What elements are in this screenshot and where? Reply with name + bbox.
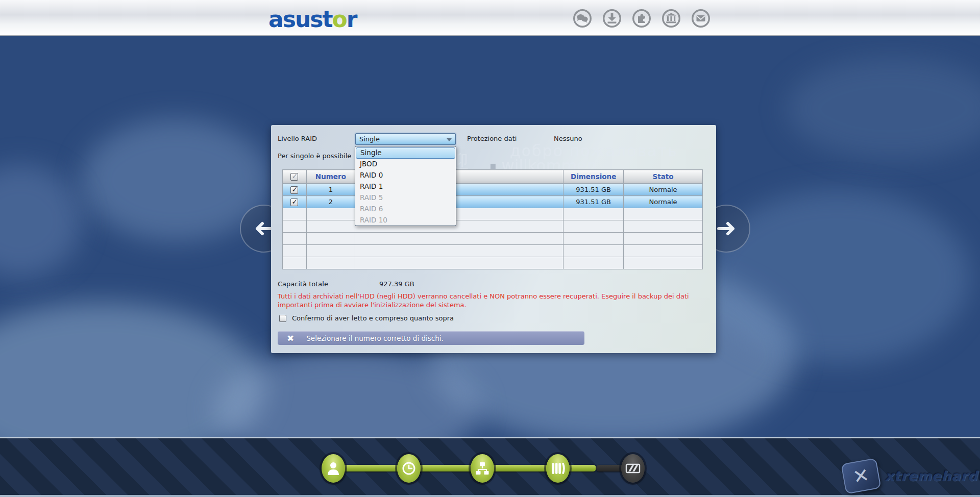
chat-icon[interactable] (573, 9, 592, 28)
select-all-header-cell[interactable] (283, 170, 307, 184)
confirm-checkbox[interactable] (279, 315, 286, 322)
xtremehardware-watermark: xtremehardware.com (885, 468, 980, 484)
numero-header[interactable]: Numero (306, 170, 355, 184)
cloud (786, 58, 980, 160)
apps-puzzle-icon[interactable] (632, 9, 651, 28)
download-icon[interactable] (602, 9, 622, 28)
disk-row-2[interactable]: 2 931.51 GB Normale (283, 196, 703, 208)
raid-option-raid0[interactable]: RAID 0 (356, 170, 455, 181)
logo-o: o (332, 6, 346, 32)
disk-row-1[interactable]: 1 931.51 GB Normale (283, 184, 703, 196)
raid-level-select[interactable]: Single (355, 133, 456, 145)
step-user[interactable] (322, 454, 345, 483)
raid-description-text: Per singolo è possibile (278, 152, 351, 160)
disk-2-checkbox[interactable] (290, 198, 298, 206)
raid-option-raid5: RAID 5 (356, 192, 455, 204)
raid-option-single[interactable]: Single (356, 147, 455, 159)
total-capacity-value: 927.39 GB (379, 280, 414, 288)
volume-hatch-icon (625, 462, 641, 475)
disk-1-checkbox[interactable] (290, 186, 298, 194)
data-protection-value: Nessuno (554, 135, 582, 142)
mail-icon[interactable] (691, 9, 710, 28)
clock-icon (402, 461, 416, 476)
empty-row (283, 257, 703, 269)
cloud (0, 165, 82, 277)
empty-row (283, 233, 703, 245)
disk-2-size: 931.51 GB (564, 196, 624, 208)
logo-text: asust (268, 6, 332, 32)
empty-row (283, 220, 703, 233)
disk-2-number: 2 (306, 196, 355, 208)
raid-option-raid6: RAID 6 (356, 204, 455, 215)
raid-level-label: Livello RAID (278, 135, 317, 142)
error-banner: ✖ Selezionare il numero corretto di disc… (278, 331, 584, 345)
top-header: asustor (0, 0, 980, 36)
total-capacity-label: Capacità totale (278, 280, 328, 288)
data-protection-label: Protezione dati (467, 135, 517, 142)
select-all-checkbox[interactable] (290, 173, 298, 181)
table-header-row: Numero Dimensione Stato (283, 170, 703, 184)
error-message: Selezionare il numero corretto di dischi… (306, 334, 444, 342)
disk-1-status: Normale (624, 184, 703, 196)
raid-option-raid1[interactable]: RAID 1 (356, 181, 455, 192)
select-arrow-icon (447, 138, 452, 141)
raid-level-dropdown-list: Single JBOD RAID 0 RAID 1 RAID 5 RAID 6 … (355, 146, 456, 226)
stato-header[interactable]: Stato (624, 170, 703, 184)
header-icon-row (573, 9, 710, 28)
asustor-logo: asustor (268, 6, 356, 32)
step-network[interactable] (471, 454, 494, 483)
data-loss-warning: Tutti i dati archiviati nell'HDD (negli … (278, 292, 696, 309)
step-datetime[interactable] (397, 454, 421, 483)
step-volume[interactable] (621, 454, 645, 483)
raid-level-selected-value: Single (359, 135, 380, 143)
confirm-label: Confermo di aver letto e compreso quanto… (292, 314, 454, 322)
wizard-step-bar (0, 437, 980, 497)
disk-1-size: 931.51 GB (564, 184, 624, 196)
disk-2-status: Normale (624, 196, 703, 208)
setup-wizard-screen: asustor (0, 0, 980, 497)
step-connector-done (333, 465, 558, 471)
raid-option-raid10: RAID 10 (356, 215, 455, 226)
empty-row (283, 208, 703, 220)
disks-icon (551, 461, 565, 476)
arrow-right-icon (716, 220, 737, 237)
xtremehardware-badge: ✕ (841, 458, 881, 494)
error-x-icon: ✖ (287, 333, 294, 343)
network-icon (475, 461, 489, 476)
dimensione-header[interactable]: Dimensione (564, 170, 624, 184)
bank-icon[interactable] (662, 9, 681, 28)
raid-option-jbod[interactable]: JBOD (356, 159, 455, 170)
disks-table: Numero Dimensione Stato 1 931.51 GB Norm… (282, 169, 703, 269)
raid-config-dialog: 迎 добро пожаловать ▪ willkommen Livello … (271, 125, 716, 353)
logo-text-end: r (347, 6, 357, 32)
x-glyph: ✕ (851, 465, 871, 487)
empty-row (283, 245, 703, 257)
confirm-row: Confermo di aver letto e compreso quanto… (279, 314, 454, 322)
disk-1-number: 1 (306, 184, 355, 196)
step-disks[interactable] (546, 454, 570, 483)
user-icon (327, 461, 340, 476)
